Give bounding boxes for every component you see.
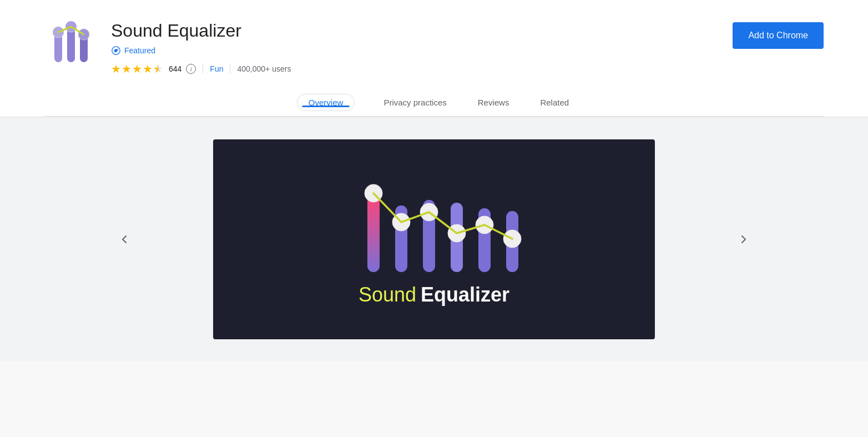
extension-details: Sound Equalizer Featured ★ ★ ★ (111, 18, 291, 76)
equalizer-visual: Sound Equalizer (213, 139, 655, 339)
tab-privacy[interactable]: Privacy practices (381, 89, 448, 116)
users-count: 400,000+ users (237, 64, 291, 73)
screenshot-title-yellow: Sound (359, 283, 416, 307)
star-half: ★ ★ (153, 62, 163, 76)
info-icon[interactable]: i (186, 64, 196, 74)
nav-tabs: Overview Privacy practices Reviews Relat… (44, 89, 824, 117)
featured-badge: Featured (111, 46, 291, 56)
svg-rect-2 (67, 28, 75, 62)
tab-overview-wrapper: Overview (297, 94, 355, 111)
carousel-next-button[interactable] (730, 226, 757, 253)
carousel-container: Sound Equalizer (0, 139, 868, 339)
screenshot-card: Sound Equalizer (213, 139, 655, 339)
screenshot-title-white: Equalizer (421, 283, 509, 307)
carousel-prev-button[interactable] (111, 226, 138, 253)
extension-left: Sound Equalizer Featured ★ ★ ★ (44, 18, 291, 76)
featured-badge-icon (111, 46, 121, 56)
content-area: Sound Equalizer (0, 117, 868, 361)
extension-info: Sound Equalizer Featured ★ ★ ★ (44, 18, 824, 89)
users-divider (230, 64, 230, 73)
rating-row: ★ ★ ★ ★ ★ ★ 644 i Fun 400,000+ users (111, 62, 291, 76)
star-2: ★ (122, 62, 132, 76)
chevron-right-icon (737, 233, 750, 246)
extension-icon (44, 18, 98, 71)
extension-title: Sound Equalizer (111, 20, 291, 41)
chevron-left-icon (118, 233, 131, 246)
svg-rect-8 (367, 194, 380, 272)
tab-overview[interactable]: Overview (309, 98, 344, 107)
star-4: ★ (143, 62, 153, 76)
rating-count: 644 (169, 64, 181, 73)
category-link[interactable]: Fun (210, 64, 223, 73)
stars: ★ ★ ★ ★ ★ ★ (111, 62, 163, 76)
screenshot-title-row: Sound Equalizer (359, 283, 509, 307)
tab-reviews[interactable]: Reviews (476, 89, 512, 116)
add-to-chrome-button[interactable]: Add to Chrome (733, 22, 824, 49)
header-section: Sound Equalizer Featured ★ ★ ★ (0, 0, 868, 117)
star-1: ★ (111, 62, 121, 76)
equalizer-graphic-svg (345, 172, 523, 283)
star-3: ★ (132, 62, 142, 76)
extension-icon-svg (44, 18, 98, 71)
rating-divider (203, 64, 203, 73)
tab-related[interactable]: Related (538, 89, 571, 116)
featured-label: Featured (124, 46, 155, 55)
